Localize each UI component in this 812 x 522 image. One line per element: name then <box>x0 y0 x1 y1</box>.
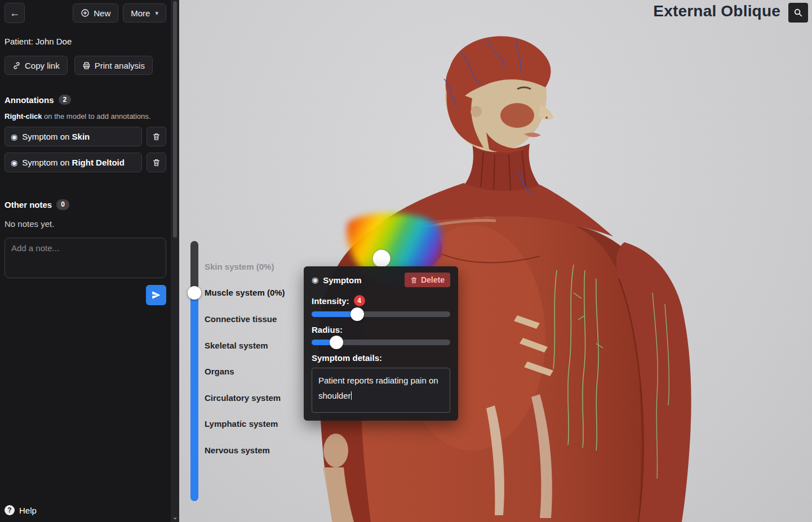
back-button[interactable]: ← <box>5 3 25 23</box>
scroll-down-icon[interactable]: ⌄ <box>171 514 179 521</box>
send-note-button[interactable] <box>146 285 166 305</box>
delete-symptom-button[interactable]: Delete <box>405 273 450 287</box>
delete-annotation-button[interactable] <box>147 153 166 172</box>
annotations-count-badge: 2 <box>59 95 72 105</box>
layer-item-nervous[interactable]: Nervous system <box>205 437 285 463</box>
intensity-value-badge: 4 <box>354 295 365 306</box>
target-icon: ◉ <box>312 276 318 284</box>
annotations-hint-text: on the model to add annotations. <box>42 112 150 121</box>
target-icon: ◉ <box>11 133 17 141</box>
radius-slider-knob[interactable] <box>330 336 343 349</box>
copy-link-button[interactable]: Copy link <box>5 56 68 75</box>
search-button[interactable] <box>788 3 808 23</box>
annotation-row: ◉ Symptom on Skin <box>5 127 166 146</box>
search-icon <box>793 8 803 17</box>
other-notes-count-badge: 0 <box>56 199 69 209</box>
layer-item-skeletal[interactable]: Skeletal system <box>205 332 285 359</box>
other-notes-title: Other notes <box>5 200 52 209</box>
popup-title: Symptom <box>323 275 361 285</box>
layer-item-lymphatic[interactable]: Lymphatic system <box>205 411 285 438</box>
sidebar-toolbar: ← New More ▾ <box>5 3 166 23</box>
layer-list: Skin system (0%) Muscle system (0%) Conn… <box>205 253 285 463</box>
symptom-details-label: Symptom details: <box>312 353 382 363</box>
annotation-item-right-deltoid[interactable]: ◉ Symptom on Right Deltoid <box>5 153 142 172</box>
layer-item-organs[interactable]: Organs <box>205 358 285 385</box>
scrollbar-thumb[interactable] <box>173 1 177 238</box>
symptom-popup: ◉ Symptom Delete Intensity: 4 Radius: Sy… <box>304 266 458 421</box>
print-analysis-label: Print analysis <box>95 61 145 70</box>
plus-circle-icon <box>81 8 90 17</box>
layer-item-muscle[interactable]: Muscle system (0%) <box>205 280 285 306</box>
new-button[interactable]: New <box>73 3 118 23</box>
new-button-label: New <box>94 8 110 18</box>
print-analysis-button[interactable]: Print analysis <box>74 56 153 75</box>
no-notes-text: No notes yet. <box>5 219 166 229</box>
help-button[interactable]: ? Help <box>5 505 37 515</box>
trash-icon <box>152 158 161 167</box>
text-caret <box>351 391 352 400</box>
trash-icon <box>410 276 418 284</box>
annotation-row: ◉ Symptom on Right Deltoid <box>5 153 166 172</box>
page-title: External Oblique <box>653 2 780 20</box>
more-button-label: More <box>131 8 150 18</box>
annotations-header: Annotations 2 <box>5 95 166 105</box>
annotation-marker[interactable] <box>372 249 391 267</box>
layer-item-connective[interactable]: Connective tissue <box>205 306 285 332</box>
viewer: Skin system (0%) Muscle system (0%) Conn… <box>179 0 812 522</box>
intensity-slider[interactable] <box>312 311 450 317</box>
annotation-item-skin[interactable]: ◉ Symptom on Skin <box>5 127 142 146</box>
link-icon <box>12 61 21 70</box>
note-input[interactable] <box>5 238 166 278</box>
radius-slider[interactable] <box>312 340 450 345</box>
sidebar-scrollbar[interactable]: ⌄ <box>171 0 179 522</box>
delete-annotation-button[interactable] <box>147 127 166 146</box>
copy-link-label: Copy link <box>25 61 60 70</box>
sidebar: ← New More ▾ Patient: John Doe Copy link <box>0 0 179 522</box>
intensity-label: Intensity: <box>312 296 349 306</box>
chevron-down-icon: ▾ <box>155 10 158 17</box>
delete-symptom-label: Delete <box>421 275 445 284</box>
annotations-hint: Right-click on the model to add annotati… <box>5 112 166 121</box>
layer-item-circulatory[interactable]: Circulatory system <box>205 385 285 411</box>
symptom-details-text: Patient reports radiating pain on should… <box>318 376 438 400</box>
annotations-title: Annotations <box>5 95 54 105</box>
layer-depth-slider[interactable] <box>190 241 198 501</box>
intensity-slider-knob[interactable] <box>350 307 364 321</box>
trash-icon <box>152 132 161 141</box>
help-icon: ? <box>5 505 15 515</box>
annotations-hint-bold: Right-click <box>5 112 42 121</box>
printer-icon <box>82 61 91 70</box>
arrow-left-icon: ← <box>10 8 20 18</box>
annotation-label: Symptom on Skin <box>22 132 90 141</box>
annotation-label: Symptom on Right Deltoid <box>22 158 125 167</box>
target-icon: ◉ <box>11 159 17 167</box>
layer-item-skin[interactable]: Skin system (0%) <box>205 253 285 280</box>
symptom-details-input[interactable]: Patient reports radiating pain on should… <box>312 368 450 413</box>
other-notes-header: Other notes 0 <box>5 199 166 209</box>
patient-label: Patient: John Doe <box>5 37 166 46</box>
layer-depth-knob[interactable] <box>188 286 201 300</box>
send-icon <box>151 290 161 300</box>
radius-label: Radius: <box>312 325 343 334</box>
more-button[interactable]: More ▾ <box>123 3 166 23</box>
help-label: Help <box>19 506 37 515</box>
